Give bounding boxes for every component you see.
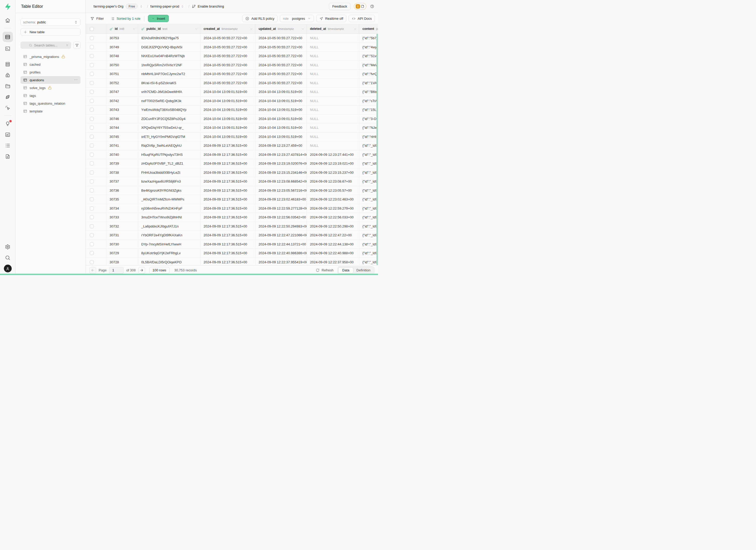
cell-updated_at[interactable]: 2024-09-09 12:23:08.668542+00	[255, 177, 307, 186]
cell-public_id[interactable]: xrETI_HyGY0mPMGVqtOTM	[138, 132, 200, 141]
row-select-cell[interactable]	[86, 168, 106, 177]
cell-deleted_at[interactable]: NULL	[307, 70, 359, 78]
cell-content[interactable]: {"id":"1VASb3phnXXkQPCpv	[359, 79, 378, 88]
cell-deleted_at[interactable]: NULL	[307, 34, 359, 43]
cell-updated_at[interactable]: 2024-09-09 12:23:15.234146+00	[255, 168, 307, 177]
row-select-cell[interactable]	[86, 61, 106, 70]
cell-public_id[interactable]: _La6pddxcKJIbgufATJ1n	[138, 222, 200, 231]
row-checkbox[interactable]	[90, 45, 94, 49]
cell-id[interactable]: 30735	[106, 195, 138, 204]
cell-public_id[interactable]: XPQwDIqY6Y75SwDnU-qr_	[138, 123, 200, 132]
cell-public_id[interactable]: bzwXazHgax6UIR58j6Fn3	[138, 177, 200, 186]
sidebar-table-_prisma_migrations[interactable]: _prisma_migrations	[21, 53, 80, 61]
cell-created_at[interactable]: 2024-09-09 12:17:36.515+00	[200, 195, 255, 204]
cell-public_id[interactable]: 8yUKotr9qGYjK2eFRhgLv	[138, 249, 200, 258]
cell-deleted_at[interactable]: NULL	[307, 132, 359, 141]
cell-created_at[interactable]: 2024-10-04 13:09:01.519+00	[200, 105, 255, 114]
cell-deleted_at[interactable]: NULL	[307, 115, 359, 123]
cell-deleted_at[interactable]: NULL	[307, 79, 359, 88]
cell-created_at[interactable]: 2024-09-09 12:17:36.515+00	[200, 150, 255, 159]
row-select-cell[interactable]	[86, 150, 106, 159]
cell-id[interactable]: 30747	[106, 88, 138, 96]
cell-id[interactable]: 30733	[106, 213, 138, 222]
sidebar-table-tags[interactable]: tags	[21, 92, 80, 99]
auth-nav[interactable]	[3, 71, 12, 79]
cell-updated_at[interactable]: 2024-09-09 12:23:19.020076+00	[255, 159, 307, 168]
page-number-input[interactable]: 1	[109, 267, 124, 274]
cell-public_id[interactable]: nxFT002ISeRE-Qobg3K3k	[138, 97, 200, 105]
row-checkbox[interactable]	[90, 90, 94, 94]
cell-created_at[interactable]: 2024-10-04 13:09:01.519+00	[200, 132, 255, 141]
cell-content[interactable]: {"id":"5b7j5Pz9WHBNmY_A	[359, 34, 378, 43]
cell-content[interactable]: {"id":"_Id9aLyJpMHQLaiQC	[359, 249, 378, 258]
cell-updated_at[interactable]: 2024-10-04 13:09:01.519+00	[255, 105, 307, 114]
column-menu-button[interactable]	[195, 27, 198, 31]
rows-per-page-button[interactable]: 100 rows	[149, 267, 170, 274]
cell-created_at[interactable]: 2024-09-09 12:17:36.515+00	[200, 240, 255, 249]
cell-public_id[interactable]: IEfA0sRh9hIXf62Y6ga75	[138, 34, 200, 43]
row-checkbox[interactable]	[90, 206, 94, 210]
cell-content[interactable]: {"id":"3-O8cn_xPgs0cVxqKE	[359, 115, 378, 123]
cell-deleted_at[interactable]: NULL	[307, 52, 359, 61]
cell-public_id[interactable]: 1hnRQjxSRm2V0VticY2NF	[138, 61, 200, 70]
feedback-button[interactable]: Feedback	[329, 3, 350, 10]
column-menu-button[interactable]	[132, 27, 136, 31]
row-select-cell[interactable]	[86, 186, 106, 195]
vertical-scrollbar[interactable]	[376, 34, 378, 265]
cell-id[interactable]: 30752	[106, 79, 138, 88]
column-menu-button[interactable]	[301, 27, 305, 31]
cell-updated_at[interactable]: 2024-10-05 00:55:27.722+00	[255, 70, 307, 78]
cell-updated_at[interactable]: 2024-10-04 13:09:01.519+00	[255, 115, 307, 123]
select-all-cell[interactable]	[86, 24, 106, 33]
row-select-cell[interactable]	[86, 240, 106, 249]
cell-id[interactable]: 30739	[106, 159, 138, 168]
reports-nav[interactable]	[3, 130, 12, 139]
row-checkbox[interactable]	[90, 36, 94, 40]
row-select-cell[interactable]	[86, 88, 106, 96]
column-header-updated_at[interactable]: updated_attimestamptz	[255, 24, 307, 33]
cell-content[interactable]: {"id":"15LSIyT0JGMf3Kl4Vn	[359, 105, 378, 114]
cell-id[interactable]: 30746	[106, 115, 138, 123]
row-select-cell[interactable]	[86, 52, 106, 61]
cell-id[interactable]: 30744	[106, 123, 138, 132]
row-select-cell[interactable]	[86, 105, 106, 114]
cell-deleted_at[interactable]: 2024-09-09 12:23:05.57+00	[307, 186, 359, 195]
row-checkbox[interactable]	[90, 233, 94, 237]
cell-deleted_at[interactable]: NULL	[307, 61, 359, 70]
cell-created_at[interactable]: 2024-10-05 00:55:27.722+00	[200, 34, 255, 43]
cell-content[interactable]: {"id":"fvrQ1bXoJ6XaAD08G	[359, 70, 378, 78]
row-checkbox[interactable]	[90, 224, 94, 228]
cell-public_id[interactable]: FHHUioa3bidd00BHyLeZt	[138, 168, 200, 177]
column-header-created_at[interactable]: created_attimestamptz	[200, 24, 255, 33]
row-select-cell[interactable]	[86, 222, 106, 231]
row-checkbox[interactable]	[90, 126, 94, 130]
breadcrumb-org[interactable]: farming-paper's Org	[93, 4, 123, 8]
row-checkbox[interactable]	[90, 135, 94, 139]
row-checkbox[interactable]	[90, 179, 94, 183]
cell-content[interactable]: {"id":"S1vrVC5BrB59wqcM4	[359, 52, 378, 61]
cell-deleted_at[interactable]: NULL	[307, 97, 359, 105]
cell-updated_at[interactable]: 2024-10-04 13:09:01.519+00	[255, 97, 307, 105]
cell-public_id[interactable]: zHDq4c0F0VBF_TL2_dBZ1	[138, 159, 200, 168]
column-header-id[interactable]: idint8	[106, 24, 138, 33]
cell-deleted_at[interactable]: 2024-09-09 12:22:40.988+00	[307, 249, 359, 258]
sidebar-table-tags_questions_relation[interactable]: tags_questions_relation	[21, 99, 80, 107]
cell-created_at[interactable]: 2024-09-09 12:17:36.515+00	[200, 168, 255, 177]
row-select-cell[interactable]	[86, 177, 106, 186]
cell-created_at[interactable]: 2024-09-09 12:17:36.515+00	[200, 249, 255, 258]
cell-public_id[interactable]: rYbORF2e4YgDt9fKAXaKn	[138, 231, 200, 240]
sql-editor-nav[interactable]	[3, 44, 12, 53]
row-select-cell[interactable]	[86, 132, 106, 141]
row-select-cell[interactable]	[86, 249, 106, 258]
table-filter-button[interactable]	[73, 42, 80, 49]
cell-updated_at[interactable]: 2024-09-09 12:22:37.955419+00	[255, 258, 307, 265]
cell-updated_at[interactable]: 2024-09-09 12:22:47.221066+00	[255, 231, 307, 240]
row-select-cell[interactable]	[86, 258, 106, 265]
row-checkbox[interactable]	[90, 144, 94, 147]
cell-created_at[interactable]: 2024-09-09 12:17:36.515+00	[200, 141, 255, 150]
row-checkbox[interactable]	[90, 162, 94, 165]
logs-nav[interactable]	[3, 141, 12, 150]
row-select-cell[interactable]	[86, 213, 106, 222]
column-header-content[interactable]: contentjsonb	[359, 24, 378, 33]
cell-deleted_at[interactable]: NULL	[307, 105, 359, 114]
